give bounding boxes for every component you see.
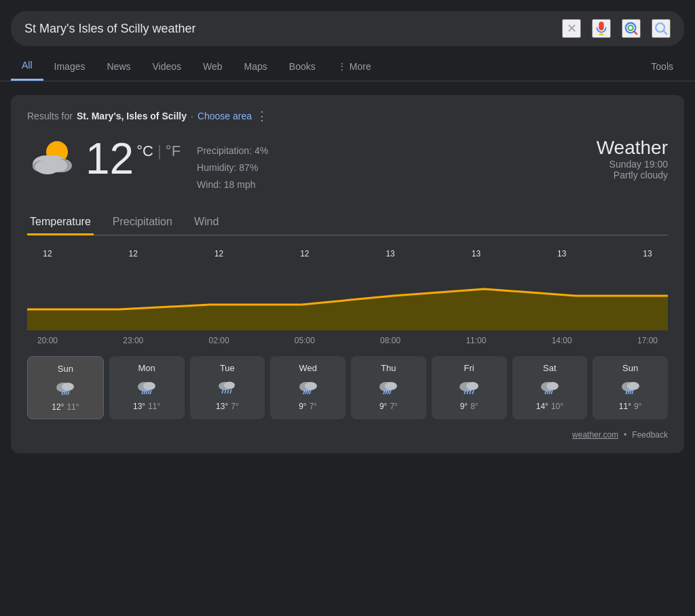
weather-type-tabs: Temperature Precipitation Wind — [27, 210, 668, 235]
day-temps-sun-1: 11°9° — [598, 402, 662, 411]
results-more-options-icon[interactable]: ⋮ — [256, 109, 268, 123]
day-temps-tue: 13°7° — [195, 402, 260, 411]
time-label-5: 11:00 — [455, 336, 496, 345]
current-weather-icon — [27, 137, 75, 184]
day-name-fri: Fri — [437, 363, 502, 373]
current-weather-section: 12 °C | °F Precipitation: 4% Humidity: 8… — [27, 137, 668, 194]
search-query: St Mary's Isles of Scilly weather — [24, 22, 554, 36]
svg-point-16 — [62, 383, 74, 391]
voice-search-button[interactable] — [592, 19, 611, 38]
results-for-location: St. Mary's, Isles of Scilly — [77, 111, 187, 121]
svg-line-27 — [150, 390, 151, 394]
day-icon-thu — [356, 377, 421, 399]
day-temps-sat: 14°10° — [518, 402, 582, 411]
svg-line-51 — [472, 390, 474, 394]
search-icon — [654, 21, 669, 36]
svg-point-13 — [47, 159, 67, 172]
tab-videos[interactable]: Videos — [142, 53, 193, 80]
temperature-line-chart — [27, 265, 668, 330]
day-icon-tue — [195, 377, 260, 399]
day-card-mon[interactable]: Mon 13°11° — [109, 356, 185, 419]
feedback-link[interactable]: Feedback — [632, 430, 668, 440]
tab-images[interactable]: Images — [43, 53, 96, 80]
svg-point-41 — [385, 382, 397, 390]
weather-title: Weather — [597, 137, 668, 159]
tab-web[interactable]: Web — [192, 53, 233, 80]
tab-maps[interactable]: Maps — [233, 53, 278, 80]
humidity-detail: Humidity: 87% — [197, 159, 268, 176]
tab-more[interactable]: ⋮ More — [326, 53, 382, 80]
tab-temperature[interactable]: Temperature — [27, 210, 94, 235]
day-card-sat[interactable]: Sat 14°10° — [512, 356, 588, 419]
day-name-wed: Wed — [276, 363, 340, 373]
day-card-tue[interactable]: Tue 13°7° — [190, 356, 265, 419]
search-bar[interactable]: St Mary's Isles of Scilly weather ✕ — [11, 11, 684, 46]
svg-line-6 — [664, 31, 667, 35]
fahrenheit-unit[interactable]: °F — [166, 142, 181, 159]
svg-point-59 — [627, 382, 639, 390]
temperature-display: 12 °C | °F — [86, 137, 181, 180]
tools-button[interactable]: Tools — [640, 53, 684, 80]
chart-label-2: 12 — [199, 249, 240, 258]
tab-precipitation[interactable]: Precipitation — [110, 210, 175, 235]
tab-news[interactable]: News — [96, 53, 141, 80]
day-card-thu[interactable]: Thu 9°7° — [351, 356, 426, 419]
day-icon-sun-1 — [598, 377, 662, 399]
day-name-sun-1: Sun — [598, 363, 662, 373]
weather-card: Results for St. Mary's, Isles of Scilly … — [11, 95, 684, 453]
day-icon-wed — [276, 377, 340, 399]
day-temps-sun-0: 12°11° — [33, 402, 98, 412]
day-name-mon: Mon — [115, 363, 179, 373]
day-icon-mon — [115, 377, 179, 399]
day-icon-fri — [437, 377, 502, 399]
chart-label-5: 13 — [455, 249, 496, 258]
time-label-7: 17:00 — [627, 336, 668, 345]
clear-search-button[interactable]: ✕ — [562, 19, 581, 38]
day-card-fri[interactable]: Fri 9°8° — [432, 356, 507, 419]
chart-label-4: 13 — [370, 249, 411, 258]
tab-wind[interactable]: Wind — [191, 210, 221, 235]
results-for-prefix: Results for — [27, 111, 73, 121]
weather-source-link[interactable]: weather.com — [572, 430, 618, 440]
results-dot-separator: · — [191, 111, 193, 121]
search-button[interactable] — [652, 19, 671, 38]
day-temps-wed: 9°7° — [276, 402, 340, 411]
day-name-thu: Thu — [356, 363, 421, 373]
day-name-tue: Tue — [195, 363, 260, 373]
chart-label-1: 12 — [113, 249, 153, 258]
day-card-wed[interactable]: Wed 9°7° — [270, 356, 345, 419]
results-for-bar: Results for St. Mary's, Isles of Scilly … — [27, 109, 668, 123]
more-dots-icon: ⋮ — [337, 61, 347, 72]
time-label-6: 14:00 — [542, 336, 582, 345]
day-temps-thu: 9°7° — [356, 402, 421, 411]
day-name-sun-0: Sun — [33, 364, 98, 374]
tab-books[interactable]: Books — [278, 53, 326, 80]
chart-label-3: 12 — [284, 249, 325, 258]
chart-temp-labels: 12 12 12 12 13 13 13 13 — [27, 249, 668, 258]
mic-icon — [594, 21, 609, 36]
day-icon-sat — [518, 377, 582, 399]
weather-footer: weather.com • Feedback — [27, 430, 668, 440]
daily-forecast: Sun 12°11° Mon — [27, 356, 668, 419]
svg-line-30 — [222, 389, 223, 393]
lens-icon — [624, 21, 639, 36]
weather-details: Precipitation: 4% Humidity: 87% Wind: 18… — [197, 142, 268, 194]
time-label-1: 23:00 — [113, 336, 153, 345]
svg-point-35 — [305, 382, 317, 390]
celsius-unit[interactable]: °C — [136, 142, 153, 159]
svg-line-20 — [68, 391, 69, 395]
footer-dot: • — [624, 430, 626, 440]
weather-date: Sunday 19:00 — [597, 159, 668, 170]
day-card-sun-1[interactable]: Sun 11°9° — [593, 356, 668, 419]
choose-area-link[interactable]: Choose area — [198, 111, 252, 121]
tab-all[interactable]: All — [11, 52, 43, 81]
lens-search-button[interactable] — [622, 19, 641, 38]
day-temps-mon: 13°11° — [115, 402, 179, 411]
svg-point-53 — [546, 382, 559, 390]
temperature-unit: °C | °F — [136, 142, 181, 160]
time-label-4: 08:00 — [370, 336, 411, 345]
time-label-2: 02:00 — [199, 336, 240, 345]
day-card-sun-0[interactable]: Sun 12°11° — [27, 356, 104, 419]
weather-right-info: Weather Sunday 19:00 Partly cloudy — [597, 137, 668, 180]
temperature-chart: 12 12 12 12 13 13 13 13 — [27, 249, 668, 330]
